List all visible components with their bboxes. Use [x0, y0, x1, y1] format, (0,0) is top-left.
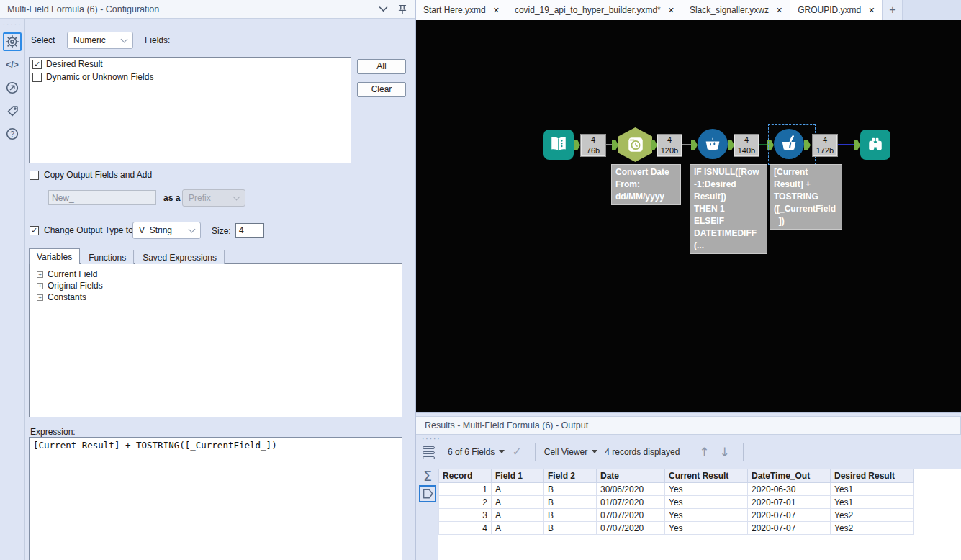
doc-tab-groupid[interactable]: GROUPID.yxmd ✕ [790, 0, 883, 20]
connection-progress-label[interactable]: 4 172b [812, 134, 838, 157]
tree-item-current-field[interactable]: + Current Field [37, 268, 402, 280]
collapse-chevron-icon[interactable] [379, 6, 388, 12]
data-view-icon[interactable] [419, 485, 436, 502]
cell[interactable]: B [544, 509, 597, 522]
input-anchor[interactable] [691, 140, 698, 150]
xml-code-icon[interactable]: </> [3, 55, 22, 74]
clear-button[interactable]: Clear [357, 82, 406, 97]
cell[interactable]: 30/06/2020 [597, 483, 665, 496]
pin-icon[interactable] [397, 4, 408, 15]
cell[interactable]: 2020-06-30 [748, 483, 831, 496]
tab-variables[interactable]: Variables [29, 248, 80, 264]
input-anchor[interactable] [854, 140, 860, 150]
field-checkbox-unchecked[interactable] [32, 73, 42, 82]
column-header-date[interactable]: Date [597, 469, 665, 483]
cell[interactable]: 2020-07-07 [748, 509, 831, 522]
cell[interactable]: 01/07/2020 [597, 496, 665, 509]
cell-record[interactable]: 1 [439, 483, 492, 496]
drag-handle-dots[interactable]: ····· [422, 436, 441, 442]
close-icon[interactable]: ✕ [868, 6, 875, 15]
new-prefix-input[interactable]: New_ [48, 190, 156, 205]
field-checkbox-checked[interactable]: ✓ [32, 60, 42, 69]
cell-viewer-dropdown[interactable]: Cell Viewer [544, 447, 597, 457]
field-list-item[interactable]: ✓ Desired Result [30, 58, 351, 71]
scroll-up-icon[interactable]: ↑ [699, 445, 709, 459]
connection-progress-label[interactable]: 4 140b [734, 134, 759, 157]
close-icon[interactable]: ✕ [668, 6, 674, 15]
datetime-tool[interactable] [618, 127, 652, 162]
column-header-current-result[interactable]: Current Result [665, 469, 748, 483]
cell[interactable]: B [544, 522, 597, 535]
column-header-datetime-out[interactable]: DateTime_Out [748, 469, 831, 483]
cell[interactable]: Yes2 [831, 509, 914, 522]
cell[interactable]: Yes [665, 496, 748, 509]
cell[interactable]: 2020-07-01 [748, 496, 831, 509]
field-list-item[interactable]: Dynamic or Unknown Fields [30, 71, 351, 83]
output-type-dropdown[interactable]: V_String [132, 222, 201, 239]
output-anchor[interactable] [574, 140, 580, 150]
expand-plus-icon[interactable]: + [37, 294, 43, 301]
cell[interactable]: Yes1 [831, 483, 914, 496]
multi-field-formula-tool[interactable] [774, 129, 804, 159]
prefix-suffix-dropdown[interactable]: Prefix [182, 189, 245, 207]
connection-wire-selected-upstream[interactable] [759, 144, 767, 145]
column-header-field1[interactable]: Field 1 [492, 469, 544, 483]
cell[interactable]: Yes [665, 509, 748, 522]
column-header-record[interactable]: Record [439, 469, 492, 483]
expand-plus-icon[interactable]: + [37, 283, 43, 289]
copy-output-checkbox[interactable] [30, 171, 39, 180]
annotation-convert-date[interactable]: Convert Date From: dd/MM/yyyy [611, 164, 681, 205]
connection-wire[interactable] [682, 144, 691, 145]
cell[interactable]: Yes1 [831, 496, 914, 509]
connection-progress-label[interactable]: 4 120b [657, 134, 682, 157]
expression-editor[interactable]: [Current Result] + TOSTRING([_CurrentFie… [29, 437, 402, 560]
annotation-multi-field-expression[interactable]: [Current Result] + TOSTRING ([_CurrentFi… [770, 164, 842, 230]
cell[interactable]: A [492, 509, 544, 522]
doc-tab-start-here[interactable]: Start Here.yxmd ✕ [416, 0, 507, 20]
cell-record[interactable]: 4 [439, 522, 492, 535]
expand-plus-icon[interactable]: + [37, 271, 43, 278]
run-navigate-icon[interactable] [3, 78, 22, 97]
select-all-button[interactable]: All [357, 59, 406, 74]
tree-item-constants[interactable]: + Constants [37, 292, 402, 303]
cell[interactable]: 07/07/2020 [597, 522, 665, 535]
tree-item-original-fields[interactable]: + Original Fields [37, 280, 402, 292]
cell[interactable]: A [492, 496, 544, 509]
input-anchor[interactable] [612, 140, 618, 150]
connection-progress-label[interactable]: 4 76b [580, 134, 606, 157]
tab-functions[interactable]: Functions [81, 250, 134, 264]
close-icon[interactable]: ✕ [493, 6, 500, 15]
cell[interactable]: A [492, 522, 544, 535]
tab-saved-expressions[interactable]: Saved Expressions [135, 250, 225, 264]
cell[interactable]: 2020-07-07 [748, 522, 831, 535]
close-icon[interactable]: ✕ [776, 6, 782, 15]
input-data-tool[interactable] [543, 130, 574, 160]
help-icon[interactable]: ? [3, 125, 22, 143]
new-tab-button[interactable]: + [883, 0, 903, 20]
cell[interactable]: Yes [665, 483, 748, 496]
cell[interactable]: B [544, 483, 597, 496]
doc-tab-slack-signaller[interactable]: Slack_signaller.yxwz ✕ [682, 0, 790, 20]
column-header-desired-result[interactable]: Desired Result [831, 469, 914, 483]
layout-config-icon[interactable] [420, 444, 437, 461]
cell-record[interactable]: 3 [439, 509, 492, 522]
size-input[interactable]: 4 [235, 223, 264, 238]
cell-record[interactable]: 2 [439, 496, 492, 509]
connection-wire-selected[interactable] [838, 144, 854, 145]
doc-tab-covid-builder[interactable]: covid_19_api_to_hyper_builder.yxmd* ✕ [507, 0, 682, 20]
data-quality-check-icon[interactable]: ✓ [512, 445, 521, 459]
cell[interactable]: Yes [665, 522, 748, 535]
workflow-canvas[interactable]: 4 76b 4 120b [416, 20, 961, 412]
cell[interactable]: B [544, 496, 597, 509]
cell[interactable]: 07/07/2020 [597, 509, 665, 522]
scroll-down-icon[interactable]: ↓ [720, 445, 730, 459]
multi-row-formula-tool[interactable] [698, 129, 728, 159]
metadata-sigma-icon[interactable]: Σ [419, 467, 436, 484]
fields-dropdown[interactable]: 6 of 6 Fields [448, 447, 505, 457]
column-header-field2[interactable]: Field 2 [544, 469, 597, 483]
cell[interactable]: Yes2 [831, 522, 914, 535]
drag-handle-dots[interactable]: ····· [3, 22, 22, 27]
variables-tree[interactable]: + Current Field + Original Fields + Cons… [29, 263, 402, 417]
cell[interactable]: A [492, 483, 544, 496]
select-type-dropdown[interactable]: Numeric [67, 32, 133, 49]
